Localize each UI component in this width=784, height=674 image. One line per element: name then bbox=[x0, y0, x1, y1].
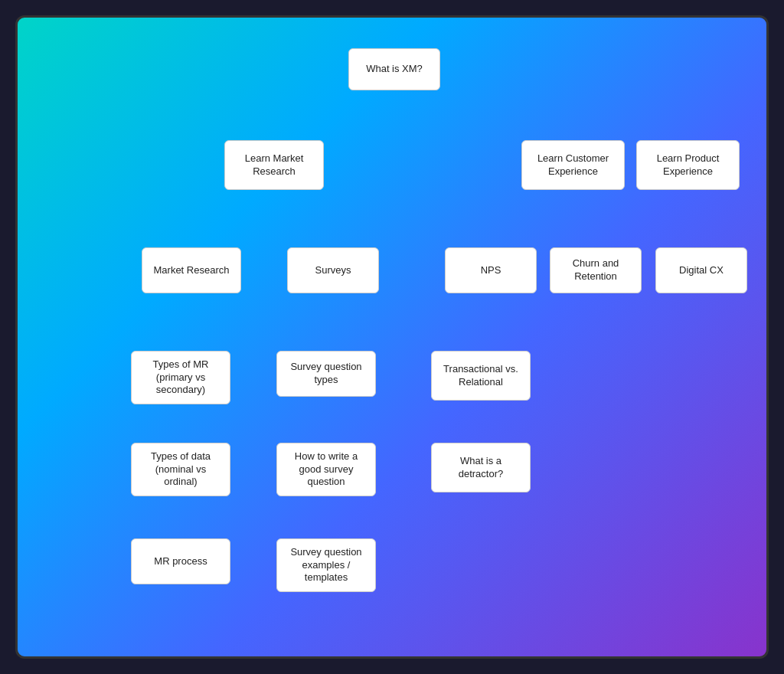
node-types_data: Types of data (nominal vs ordinal) bbox=[131, 443, 230, 496]
node-digital_cx: Digital CX bbox=[655, 247, 747, 293]
node-transactional: Transactional vs. Relational bbox=[431, 351, 531, 401]
node-survey_examples: Survey question examples / templates bbox=[276, 538, 376, 592]
node-survey_qtypes: Survey question types bbox=[276, 351, 376, 397]
node-learn_px: Learn Product Experience bbox=[636, 140, 740, 190]
node-churn: Churn and Retention bbox=[550, 247, 642, 293]
node-root: What is XM? bbox=[348, 48, 440, 90]
node-detractor: What is a detractor? bbox=[431, 443, 531, 492]
node-surveys: Surveys bbox=[287, 247, 379, 293]
tree-container: What is XM?Learn Market ResearchLearn Cu… bbox=[18, 18, 766, 656]
node-learn_cx: Learn Customer Experience bbox=[521, 140, 625, 190]
node-learn_mr: Learn Market Research bbox=[224, 140, 324, 190]
main-frame: What is XM?Learn Market ResearchLearn Cu… bbox=[15, 15, 769, 659]
node-market_research: Market Research bbox=[142, 247, 241, 293]
node-types_mr: Types of MR (primary vs secondary) bbox=[131, 351, 230, 404]
node-good_survey: How to write a good survey question bbox=[276, 443, 376, 496]
connectors-svg bbox=[18, 18, 766, 656]
node-mr_process: MR process bbox=[131, 538, 230, 584]
node-nps: NPS bbox=[445, 247, 537, 293]
